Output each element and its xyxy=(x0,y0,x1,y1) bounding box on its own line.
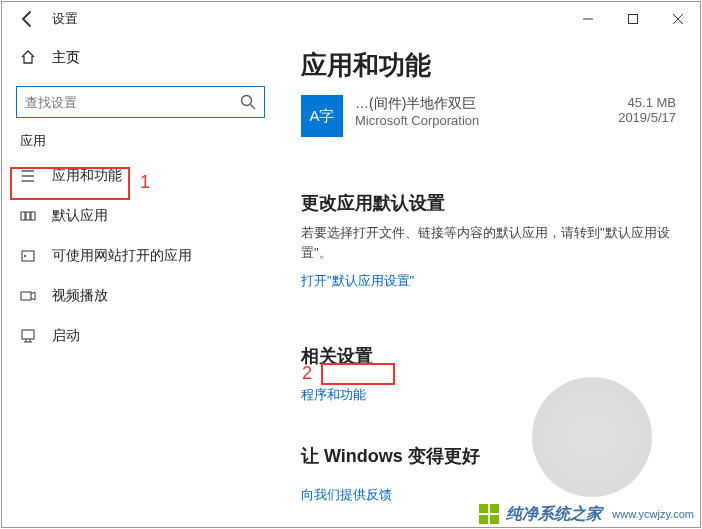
titlebar: 设置 xyxy=(2,2,700,36)
sidebar-item-label: 应用和功能 xyxy=(52,167,122,185)
annotation-number-2: 2 xyxy=(302,363,312,384)
search-input[interactable] xyxy=(16,86,265,118)
sidebar-item-website-apps[interactable]: 可使用网站打开的应用 xyxy=(2,236,277,276)
svg-rect-22 xyxy=(479,504,488,513)
home-label: 主页 xyxy=(52,49,80,67)
minimize-button[interactable] xyxy=(565,4,610,34)
svg-point-11 xyxy=(22,181,23,182)
link-feedback[interactable]: 向我们提供反馈 xyxy=(301,486,392,504)
svg-point-10 xyxy=(22,176,23,177)
window-title: 设置 xyxy=(52,10,78,28)
back-button[interactable] xyxy=(18,9,38,29)
close-button[interactable] xyxy=(655,4,700,34)
link-open-default-apps[interactable]: 打开"默认应用设置" xyxy=(301,272,414,290)
svg-rect-23 xyxy=(490,504,499,513)
watermark: 纯净系统之家 www.ycwjzy.com xyxy=(478,503,694,525)
svg-point-16 xyxy=(24,255,26,257)
watermark-logo-icon xyxy=(478,503,500,525)
sidebar-group-label: 应用 xyxy=(2,132,277,150)
sidebar-item-label: 视频播放 xyxy=(52,287,108,305)
defaults-icon xyxy=(20,208,36,224)
app-tile-icon: A字 xyxy=(301,95,343,137)
maximize-button[interactable] xyxy=(610,4,655,34)
section-related-heading: 相关设置 xyxy=(301,344,676,368)
sidebar-item-label: 启动 xyxy=(52,327,80,345)
svg-rect-18 xyxy=(22,330,34,339)
watermark-text: 纯净系统之家 xyxy=(506,504,602,525)
watermark-circle xyxy=(532,377,652,497)
app-size: 45.1 MB xyxy=(618,95,676,110)
sidebar-item-startup[interactable]: 启动 xyxy=(2,316,277,356)
video-icon xyxy=(20,288,36,304)
section-default-desc: 若要选择打开文件、链接等内容的默认应用，请转到"默认应用设置"。 xyxy=(301,223,676,262)
sidebar-item-label: 可使用网站打开的应用 xyxy=(52,247,192,265)
svg-line-5 xyxy=(251,105,256,110)
svg-rect-24 xyxy=(479,515,488,524)
app-name: …(间件)半地作双巨 xyxy=(355,95,606,113)
annotation-number-1: 1 xyxy=(140,172,150,193)
svg-rect-1 xyxy=(628,15,637,24)
search-field[interactable] xyxy=(25,95,240,110)
svg-rect-14 xyxy=(31,212,35,220)
svg-rect-15 xyxy=(22,251,34,261)
sidebar-item-video-playback[interactable]: 视频播放 xyxy=(2,276,277,316)
search-icon xyxy=(240,94,256,110)
home-nav[interactable]: 主页 xyxy=(2,40,277,76)
app-publisher: Microsoft Corporation xyxy=(355,113,606,128)
section-default-heading: 更改应用默认设置 xyxy=(301,191,676,215)
svg-rect-12 xyxy=(21,212,25,220)
website-icon xyxy=(20,248,36,264)
svg-rect-25 xyxy=(490,515,499,524)
svg-rect-17 xyxy=(21,292,31,300)
app-date: 2019/5/17 xyxy=(618,110,676,125)
startup-icon xyxy=(20,328,36,344)
home-icon xyxy=(20,49,36,68)
sidebar: 主页 应用 应用和功能 默认应用 可 xyxy=(2,36,277,527)
svg-point-9 xyxy=(22,171,23,172)
svg-rect-13 xyxy=(26,212,30,220)
svg-point-4 xyxy=(242,96,252,106)
list-icon xyxy=(20,168,36,184)
sidebar-item-default-apps[interactable]: 默认应用 xyxy=(2,196,277,236)
link-programs-features[interactable]: 程序和功能 xyxy=(301,386,366,404)
watermark-url: www.ycwjzy.com xyxy=(612,508,694,520)
sidebar-item-label: 默认应用 xyxy=(52,207,108,225)
app-list-item[interactable]: A字 …(间件)半地作双巨 Microsoft Corporation 45.1… xyxy=(301,95,676,137)
page-title: 应用和功能 xyxy=(301,48,676,83)
